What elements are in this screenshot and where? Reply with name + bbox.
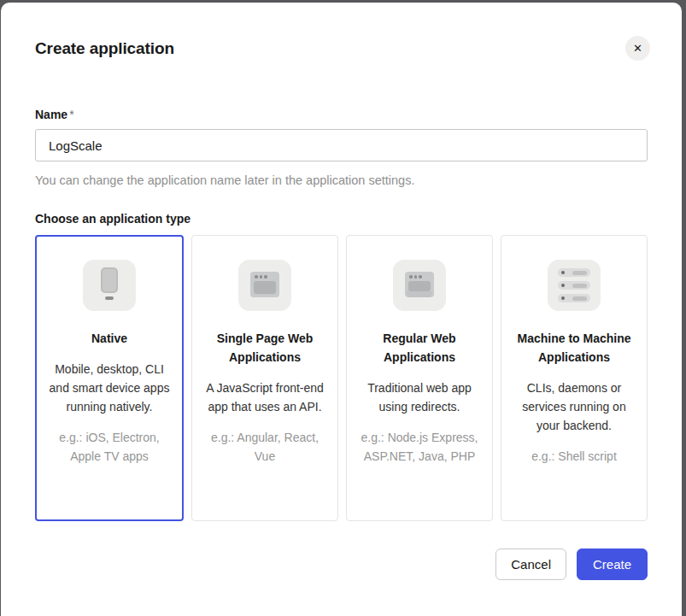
browser-window-shape bbox=[405, 272, 434, 297]
type-card-spa[interactable]: Single Page Web Applications A JavaScrip… bbox=[191, 235, 338, 521]
browser-content-panel bbox=[254, 281, 276, 294]
dialog-header: Create application ✕ bbox=[35, 39, 648, 58]
type-card-regular-web[interactable]: Regular Web Applications Traditional web… bbox=[346, 235, 493, 521]
name-label-text: Name bbox=[35, 108, 67, 121]
card-example: e.g.: Angular, React, Vue bbox=[202, 428, 327, 466]
card-description: Traditional web app using redirects. bbox=[357, 378, 482, 416]
browser-content-panel bbox=[408, 281, 431, 291]
dialog-title: Create application bbox=[35, 39, 648, 58]
application-type-cards: Native Mobile, desktop, CLI and smart de… bbox=[35, 235, 648, 521]
card-title: Single Page Web Applications bbox=[202, 329, 327, 367]
required-asterisk: * bbox=[69, 108, 73, 121]
browser-bottom-lip bbox=[407, 291, 432, 297]
card-title: Regular Web Applications bbox=[357, 329, 482, 367]
card-example: e.g.: iOS, Electron, Apple TV apps bbox=[47, 428, 172, 466]
mobile-phone-icon bbox=[83, 260, 136, 311]
server-row bbox=[558, 294, 590, 302]
phone-body-shape bbox=[101, 267, 118, 293]
cancel-button[interactable]: Cancel bbox=[495, 549, 566, 580]
card-description: A JavaScript front-end app that uses an … bbox=[202, 378, 327, 416]
type-card-machine-to-machine[interactable]: Machine to Machine Applications CLIs, da… bbox=[501, 235, 648, 521]
name-field-label: Name* bbox=[35, 108, 648, 121]
application-name-input[interactable] bbox=[35, 129, 648, 161]
card-title: Native bbox=[47, 329, 172, 348]
server-row bbox=[558, 281, 590, 290]
browser-window-icon bbox=[238, 260, 291, 311]
card-description: CLIs, daemons or services running on you… bbox=[512, 378, 636, 435]
server-row bbox=[558, 268, 590, 277]
name-helper-text: You can change the application name late… bbox=[35, 173, 648, 187]
phone-home-bar-shape bbox=[105, 296, 114, 300]
create-button[interactable]: Create bbox=[577, 549, 648, 580]
type-card-native[interactable]: Native Mobile, desktop, CLI and smart de… bbox=[35, 235, 184, 521]
card-example: e.g.: Shell script bbox=[512, 447, 636, 466]
dialog-footer: Cancel Create bbox=[35, 549, 648, 580]
card-title: Machine to Machine Applications bbox=[512, 329, 636, 367]
browser-dots bbox=[255, 275, 267, 279]
browser-window-shape bbox=[250, 272, 279, 297]
server-stack-shape bbox=[558, 268, 590, 302]
browser-window-3d-icon bbox=[393, 260, 446, 311]
browser-dots bbox=[409, 275, 422, 279]
application-type-label: Choose an application type bbox=[35, 212, 648, 226]
card-example: e.g.: Node.js Express, ASP.NET, Java, PH… bbox=[357, 428, 482, 466]
create-application-dialog: Create application ✕ Name* You can chang… bbox=[1, 3, 682, 616]
close-icon: ✕ bbox=[633, 42, 642, 55]
close-button[interactable]: ✕ bbox=[625, 36, 650, 61]
card-description: Mobile, desktop, CLI and smart device ap… bbox=[47, 360, 172, 416]
server-stack-icon bbox=[548, 260, 601, 311]
